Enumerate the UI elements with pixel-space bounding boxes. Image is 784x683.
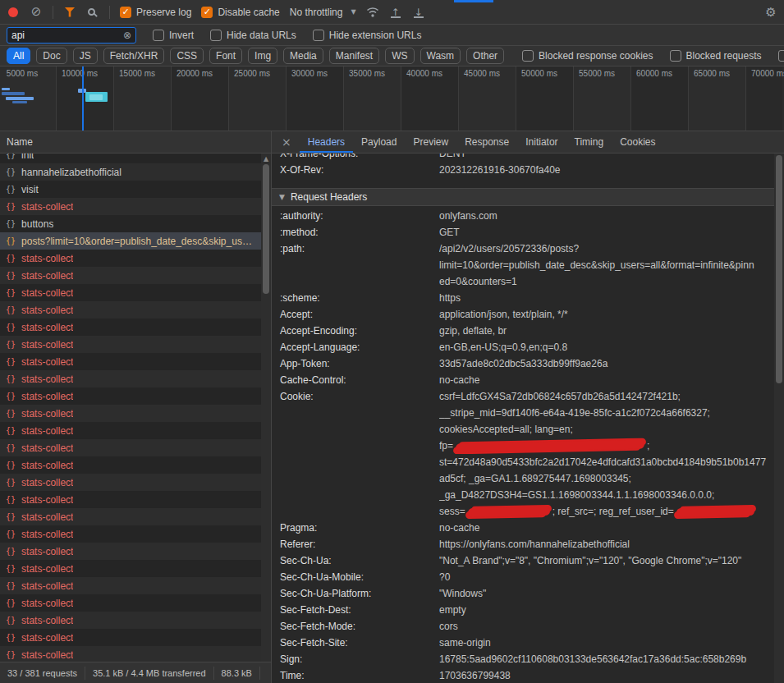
request-row[interactable]: {}stats-collect [0, 387, 261, 405]
request-name: stats-collect [21, 494, 73, 506]
header-row: Sec-Fetch-Dest:empty [272, 602, 774, 618]
request-row[interactable]: {}stats-collect [0, 267, 261, 284]
request-headers-section-header[interactable]: ▼ Request Headers [272, 188, 774, 206]
header-name: Cookie: [272, 388, 439, 405]
type-filter-wasm[interactable]: Wasm [420, 48, 461, 64]
timeline-tick-label: 15000 ms [119, 69, 155, 78]
tab-headers[interactable]: Headers [300, 131, 353, 153]
request-row[interactable]: {}stats-collect [0, 284, 261, 301]
blocked-requests-checkbox[interactable]: ✓Blocked requests [670, 50, 762, 62]
header-value-line: fp=; [439, 438, 771, 454]
request-row[interactable]: {}stats-collect [0, 560, 261, 577]
request-row[interactable]: {}stats-collect [0, 594, 261, 612]
request-row[interactable]: {}stats-collect [0, 474, 261, 491]
throttling-dropdown[interactable]: No throttling ▼ [290, 7, 356, 18]
disable-cache-checkbox[interactable]: ✓ Disable cache [201, 7, 279, 18]
header-name: Cache-Control: [272, 372, 439, 388]
tab-preview[interactable]: Preview [405, 131, 456, 153]
script-icon: {} [6, 512, 16, 521]
request-row[interactable]: {}stats-collect [0, 353, 261, 370]
script-icon: {} [6, 461, 16, 470]
filter-button[interactable] [63, 6, 76, 19]
tab-response[interactable]: Response [456, 131, 517, 153]
network-conditions-button[interactable] [366, 6, 379, 19]
record-icon [8, 7, 18, 17]
type-filter-other[interactable]: Other [466, 48, 504, 64]
type-filter-all[interactable]: All [7, 48, 30, 64]
waterfall-bar [12, 101, 27, 103]
record-button[interactable] [7, 6, 20, 19]
hide-data-urls-checkbox[interactable]: ✓ Hide data URLs [210, 30, 296, 41]
settings-gear-icon[interactable]: ⚙ [764, 6, 777, 19]
tab-payload[interactable]: Payload [353, 131, 405, 153]
clear-icon[interactable]: ⊘ [30, 6, 43, 19]
request-row[interactable]: {}stats-collect [0, 422, 261, 439]
request-row[interactable]: {}stats-collect [0, 491, 261, 508]
filter-text-input[interactable] [11, 30, 120, 41]
hide-data-urls-label: Hide data URLs [227, 30, 296, 41]
request-row[interactable]: {}stats-collect [0, 439, 261, 456]
scrollbar-thumb[interactable] [776, 155, 782, 383]
type-filter-fetch-xhr[interactable]: Fetch/XHR [103, 48, 165, 64]
type-filter-img[interactable]: Img [248, 48, 277, 64]
request-row[interactable]: {}posts?limit=10&order=publish_date_desc… [0, 232, 261, 250]
type-filter-doc[interactable]: Doc [36, 48, 66, 64]
request-row[interactable]: {}stats-collect [0, 198, 261, 215]
details-scrollbar[interactable] [774, 154, 784, 683]
request-row[interactable]: {}init [0, 154, 261, 163]
tab-cookies[interactable]: Cookies [612, 131, 663, 153]
blocked-response-cookies-checkbox[interactable]: ✓Blocked response cookies [522, 50, 653, 62]
type-filter-media[interactable]: Media [283, 48, 323, 64]
preserve-log-checkbox[interactable]: ✓ Preserve log [120, 7, 191, 18]
request-row[interactable]: {}stats-collect [0, 336, 261, 353]
type-filter-css[interactable]: CSS [170, 48, 204, 64]
request-row[interactable]: {}stats-collect [0, 319, 261, 336]
request-row[interactable]: {}stats-collect [0, 612, 261, 629]
request-name: stats-collect [21, 442, 73, 454]
close-icon[interactable]: × [273, 131, 300, 153]
type-filter-font[interactable]: Font [209, 48, 242, 64]
header-value-line: 1703636799438 [439, 667, 771, 683]
search-button[interactable] [86, 6, 99, 19]
status-segment: 33 / 381 requests [0, 667, 85, 680]
checkbox-box: ✓ [313, 30, 324, 41]
timeline-gridline [573, 66, 574, 131]
type-filter-manifest[interactable]: Manifest [329, 48, 379, 64]
request-row[interactable]: {}stats-collect [0, 525, 261, 543]
request-row[interactable]: {}visit [0, 181, 261, 198]
timeline-overview[interactable]: 5000 ms10000 ms15000 ms20000 ms25000 ms3… [0, 66, 784, 131]
script-icon: {} [6, 495, 16, 504]
hide-extension-urls-checkbox[interactable]: ✓ Hide extension URLs [313, 30, 422, 41]
request-row[interactable]: {}stats-collect [0, 301, 261, 319]
scroll-up-icon[interactable]: ▲ [261, 155, 271, 163]
request-row[interactable]: {}stats-collect [0, 250, 261, 267]
scrollbar-thumb[interactable] [263, 164, 269, 294]
request-row[interactable]: {}buttons [0, 215, 261, 232]
request-row[interactable]: {}stats-collect [0, 508, 261, 525]
request-row[interactable]: {}stats-collect [0, 543, 261, 560]
request-row[interactable]: {}stats-collect [0, 577, 261, 594]
request-row[interactable]: {}stats-collect [0, 456, 261, 474]
request-row[interactable]: {}stats-collect [0, 370, 261, 387]
3rd-party-requests-checkbox[interactable]: ✓3rd-party requests [778, 50, 784, 62]
script-icon: {} [6, 547, 16, 556]
header-value-line: sess=; ref_src=; reg_ref_user_id= [439, 503, 771, 520]
type-filter-ws[interactable]: WS [385, 48, 414, 64]
invert-checkbox[interactable]: ✓ Invert [153, 30, 194, 41]
timeline-tick-label: 10000 ms [62, 69, 98, 78]
clear-filter-icon[interactable]: ⊗ [123, 30, 131, 41]
tab-timing[interactable]: Timing [566, 131, 612, 153]
request-row[interactable]: {}stats-collect [0, 405, 261, 422]
request-name: stats-collect [21, 598, 73, 609]
name-column-header[interactable]: Name [0, 131, 271, 154]
request-list-scrollbar[interactable]: ▲ [261, 154, 271, 662]
request-headers-section-label: Request Headers [291, 191, 367, 203]
import-har-icon[interactable]: ↑ [389, 6, 402, 18]
request-row[interactable]: {}stats-collect [0, 646, 261, 662]
tab-initiator[interactable]: Initiator [517, 131, 566, 153]
request-row[interactable]: {}stats-collect [0, 629, 261, 646]
request-row[interactable]: {}hannahelizabethofficial [0, 163, 261, 181]
type-filter-js[interactable]: JS [73, 48, 98, 64]
script-icon: {} [6, 564, 16, 573]
export-har-icon[interactable]: ↓ [412, 6, 425, 18]
